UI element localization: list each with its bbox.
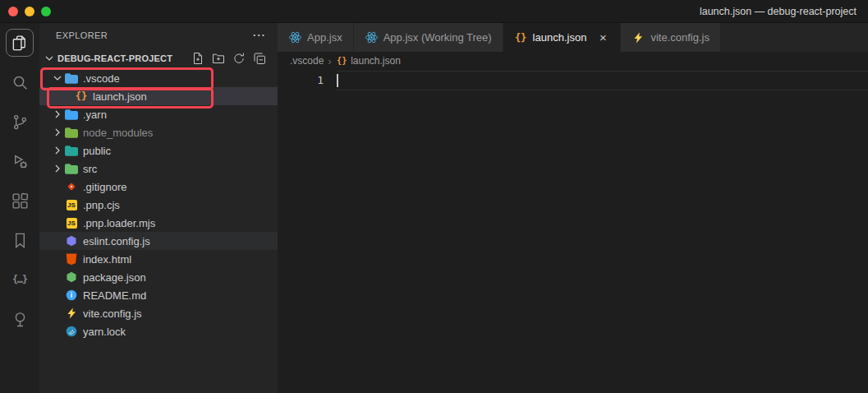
twisty-spacer (51, 325, 64, 338)
activity-snippets[interactable]: {…} (6, 266, 34, 294)
breadcrumb-label: launch.json (351, 55, 401, 67)
chevron-right-icon[interactable] (51, 108, 64, 121)
title-bar: launch.json — debug-react-project (0, 0, 868, 23)
zoom-window-button[interactable] (41, 7, 51, 16)
chevron-right-icon[interactable] (51, 162, 64, 175)
activity-todo-tree[interactable] (6, 305, 34, 333)
tree-item-label: .pnp.loader.mjs (83, 217, 155, 229)
activity-run-debug[interactable] (6, 147, 34, 175)
tree-item-gitignore[interactable]: .gitignore (39, 178, 278, 196)
tree-item-launch-json[interactable]: {}launch.json (39, 87, 278, 105)
breadcrumb-label: .vscode (290, 55, 324, 67)
tree-item-src[interactable]: src (39, 160, 278, 178)
twisty-spacer (51, 198, 64, 211)
tree-item-label: eslint.config.js (83, 235, 150, 247)
tab-vite-config-js[interactable]: vite.config.js (621, 23, 721, 52)
chevron-down-icon[interactable] (51, 72, 64, 85)
tree-item-label: launch.json (93, 90, 147, 103)
folder-icon (64, 162, 79, 175)
folder-icon (64, 72, 79, 85)
explorer-sidebar: EXPLORER ⋯ DEBUG-REACT-PROJECT .vscode{}… (39, 23, 278, 393)
tree-item-vscode[interactable]: .vscode (39, 69, 278, 87)
chevron-down-icon (43, 52, 56, 65)
run-debug-icon (11, 152, 30, 171)
git-icon (64, 180, 79, 193)
activity-source-control[interactable] (6, 108, 34, 136)
chevron-right-icon[interactable] (51, 144, 64, 157)
collapse-all-icon[interactable] (253, 52, 266, 65)
snippets-icon: {…} (12, 274, 27, 285)
explorer-icon (11, 34, 30, 53)
tree-item-label: .vscode (83, 72, 120, 85)
sidebar-header: EXPLORER ⋯ (39, 23, 278, 48)
window-title: launch.json — debug-react-project (700, 6, 868, 17)
tree-item-eslint-config-js[interactable]: eslint.config.js (39, 232, 278, 250)
new-file-icon[interactable] (191, 52, 204, 65)
activity-search[interactable] (6, 68, 34, 96)
search-icon (11, 73, 30, 92)
explorer-actions (191, 52, 278, 65)
js-icon: JS (64, 198, 79, 211)
close-window-button[interactable] (8, 7, 18, 16)
twisty-spacer (51, 234, 64, 247)
main-area: {…} EXPLORER ⋯ DEBUG-REACT-PROJECT .vsco… (0, 23, 868, 393)
tree-item-pnp-loader-mjs[interactable]: JS.pnp.loader.mjs (39, 214, 278, 232)
editor[interactable]: 1 (278, 70, 868, 393)
refresh-icon[interactable] (232, 52, 246, 65)
activity-bar: {…} (0, 23, 39, 393)
source-control-icon (11, 113, 30, 132)
project-section-header[interactable]: DEBUG-REACT-PROJECT (39, 48, 278, 69)
tab-label: App.jsx (Working Tree) (383, 31, 492, 44)
text-cursor (337, 74, 338, 87)
tree-item-label: README.md (83, 289, 146, 302)
info-icon: i (64, 289, 79, 302)
twisty-spacer (51, 180, 64, 193)
chevron-right-icon[interactable] (51, 126, 64, 139)
more-actions-icon[interactable]: ⋯ (252, 31, 266, 39)
explorer-title: EXPLORER (56, 30, 108, 40)
tree-item-label: .pnp.cjs (83, 199, 120, 211)
file-tree: .vscode{}launch.json.yarnnode_modulespub… (39, 69, 278, 393)
tree-item-package-json[interactable]: package.json (39, 268, 278, 286)
braces-icon: {} (337, 56, 347, 66)
tree-item-label: yarn.lock (83, 326, 126, 338)
tree-item-pnp-cjs[interactable]: JS.pnp.cjs (39, 196, 278, 214)
extensions-icon (11, 192, 30, 210)
breadcrumb-separator: › (328, 55, 331, 67)
tree-item-yarn[interactable]: .yarn (39, 105, 278, 123)
vite-icon (64, 307, 79, 320)
react-icon (365, 30, 379, 44)
tree-item-label: .yarn (83, 109, 107, 121)
tree-item-public[interactable]: public (39, 141, 278, 160)
tab-launch-json[interactable]: {}launch.json× (503, 23, 622, 52)
tree-item-label: node_modules (83, 127, 153, 139)
todo-tree-icon (11, 310, 30, 329)
current-line-highlight (337, 71, 868, 90)
yarn-icon (64, 325, 79, 338)
activity-extensions[interactable] (6, 187, 34, 215)
new-folder-icon[interactable] (212, 52, 225, 65)
tab-app-jsx-working-tree[interactable]: App.jsx (Working Tree) (354, 23, 503, 52)
activity-bookmarks[interactable] (6, 226, 34, 254)
tree-item-vite-config-js[interactable]: vite.config.js (39, 304, 278, 322)
close-tab-icon[interactable]: × (596, 31, 609, 44)
tree-item-label: package.json (83, 271, 146, 284)
breadcrumb-launch-json[interactable]: {}launch.json (336, 55, 401, 67)
tree-item-label: .gitignore (83, 181, 126, 193)
minimize-window-button[interactable] (25, 7, 34, 16)
twisty-spacer (51, 307, 64, 320)
tab-label: launch.json (533, 31, 587, 44)
folder-icon (64, 108, 79, 121)
breadcrumb-vscode[interactable]: .vscode (290, 55, 324, 67)
twisty-spacer (51, 270, 64, 284)
braces-icon: {} (514, 30, 528, 44)
folder-icon (64, 126, 79, 139)
tree-item-node-modules[interactable]: node_modules (39, 123, 278, 141)
tree-item-readme-md[interactable]: iREADME.md (39, 286, 278, 304)
tab-app-jsx[interactable]: App.jsx (278, 23, 354, 52)
line-number-gutter: 1 (278, 70, 327, 90)
activity-explorer[interactable] (6, 29, 34, 57)
line-number: 1 (317, 74, 324, 86)
tree-item-yarn-lock[interactable]: yarn.lock (39, 322, 278, 340)
tree-item-index-html[interactable]: index.html (39, 250, 278, 268)
